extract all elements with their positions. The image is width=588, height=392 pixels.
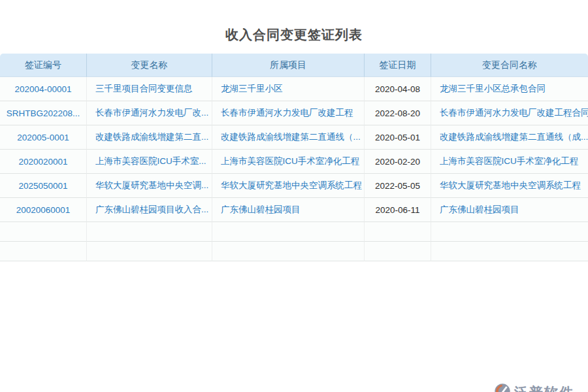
empty-cell: [0, 222, 87, 242]
cell-contract-name[interactable]: 上海市美容医院ICU手术室净化工程: [431, 150, 588, 174]
table-row: 2020020001上海市美容医院ICU手术室...上海市美容医院ICU手术室净…: [0, 150, 588, 174]
income-contract-change-visa-table: 签证编号 变更名称 所属项目 签证日期 变更合同名称 202004-00001三…: [0, 54, 588, 261]
cell-contract-name[interactable]: 改建铁路成渝线增建第二直通线（成...: [431, 125, 588, 150]
cell-change-name[interactable]: 长春市伊通河水力发电厂改...: [87, 101, 212, 125]
cell-contract-name[interactable]: 广东佛山碧桂园项目: [431, 198, 588, 222]
cell-project[interactable]: 长春市伊通河水力发电厂改建工程: [212, 101, 365, 125]
cell-change-name[interactable]: 三千里项目合同变更信息: [87, 77, 212, 101]
cell-change-name[interactable]: 改建铁路成渝线增建第二直...: [87, 125, 212, 150]
table-row: 202005-0001改建铁路成渝线增建第二直...改建铁路成渝线增建第二直通线…: [0, 125, 588, 150]
cell-visa-no[interactable]: 20020060001: [0, 198, 87, 222]
cell-visa-date: 2020-05-01: [365, 125, 431, 150]
header-row: 签证编号 变更名称 所属项目 签证日期 变更合同名称: [0, 54, 588, 77]
cell-change-name[interactable]: 上海市美容医院ICU手术室...: [87, 150, 212, 174]
cell-visa-date: 2020-02-20: [365, 150, 431, 174]
brand-name: 泛普软件: [514, 384, 574, 392]
brand-watermark: 泛普软件 www.fanpusoft.com: [485, 382, 583, 392]
fanpu-logo-icon: [493, 382, 512, 392]
table-row: SRHTBG202208...长春市伊通河水力发电厂改...长春市伊通河水力发电…: [0, 101, 588, 125]
cell-project[interactable]: 华软大厦研究基地中央空调系统工程: [212, 174, 365, 198]
empty-table-row: [0, 242, 588, 261]
column-header-visa-no: 签证编号: [0, 54, 87, 77]
empty-cell: [431, 222, 588, 242]
table-row: 20020060001广东佛山碧桂园项目收入合...广东佛山碧桂园项目2020-…: [0, 198, 588, 222]
empty-cell: [365, 242, 431, 261]
cell-project[interactable]: 上海市美容医院ICU手术室净化工程: [212, 150, 365, 174]
empty-cell: [87, 222, 212, 242]
cell-contract-name[interactable]: 长春市伊通河水力发电厂改建工程合同: [431, 101, 588, 125]
column-header-visa-date: 签证日期: [365, 54, 431, 77]
empty-cell: [87, 242, 212, 261]
cell-visa-no[interactable]: SRHTBG202208...: [0, 101, 87, 125]
cell-visa-no[interactable]: 2020020001: [0, 150, 87, 174]
cell-project[interactable]: 龙湖三千里小区: [212, 77, 365, 101]
table-row: 2025050001华软大厦研究基地中央空调...华软大厦研究基地中央空调系统工…: [0, 174, 588, 198]
cell-visa-no[interactable]: 202005-0001: [0, 125, 87, 150]
column-header-project: 所属项目: [212, 54, 365, 77]
cell-change-name[interactable]: 华软大厦研究基地中央空调...: [87, 174, 212, 198]
cell-change-name[interactable]: 广东佛山碧桂园项目收入合...: [87, 198, 212, 222]
empty-cell: [0, 242, 87, 261]
cell-contract-name[interactable]: 龙湖三千里小区总承包合同: [431, 77, 588, 101]
empty-cell: [212, 242, 365, 261]
empty-cell: [365, 222, 431, 242]
cell-visa-date: 2022-05-05: [365, 174, 431, 198]
cell-visa-no[interactable]: 202004-00001: [0, 77, 87, 101]
cell-project[interactable]: 广东佛山碧桂园项目: [212, 198, 365, 222]
page-title: 收入合同变更签证列表: [0, 26, 588, 43]
page: 收入合同变更签证列表 签证编号 变更名称 所属项目 签证日期 变更合同名称 20…: [0, 26, 588, 392]
table-header: 签证编号 变更名称 所属项目 签证日期 变更合同名称: [0, 54, 588, 77]
cell-visa-date: 2020-06-11: [365, 198, 431, 222]
cell-visa-no[interactable]: 2025050001: [0, 174, 87, 198]
table-row: 202004-00001三千里项目合同变更信息龙湖三千里小区2020-04-08…: [0, 77, 588, 101]
cell-project[interactable]: 改建铁路成渝线增建第二直通线（...: [212, 125, 365, 150]
column-header-contract-name: 变更合同名称: [431, 54, 588, 77]
cell-visa-date: 2022-08-20: [365, 101, 431, 125]
empty-cell: [212, 222, 365, 242]
cell-contract-name[interactable]: 华软大厦研究基地中央空调系统工程: [431, 174, 588, 198]
column-header-change-name: 变更名称: [87, 54, 212, 77]
empty-table-row: [0, 222, 588, 242]
empty-cell: [431, 242, 588, 261]
table-body: 202004-00001三千里项目合同变更信息龙湖三千里小区2020-04-08…: [0, 77, 588, 261]
cell-visa-date: 2020-04-08: [365, 77, 431, 101]
